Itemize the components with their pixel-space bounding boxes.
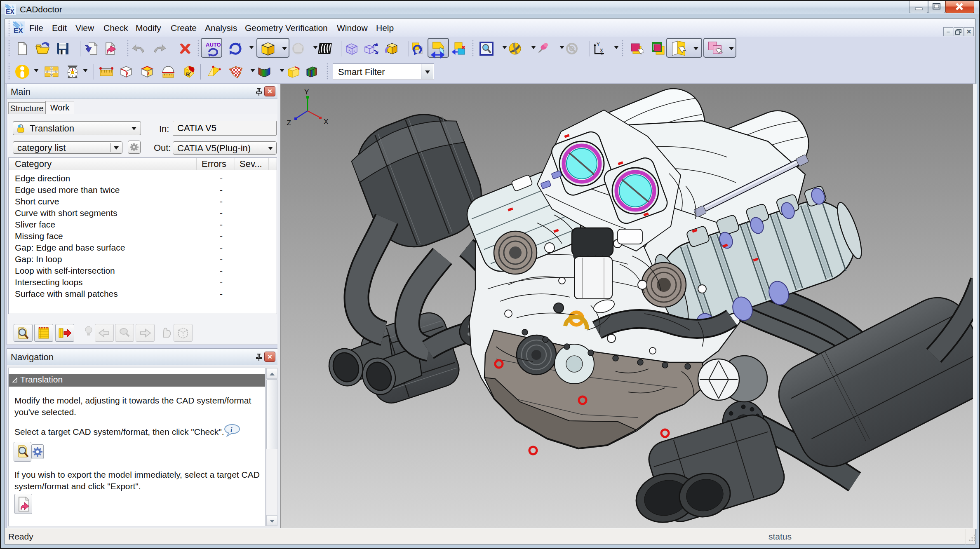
svg-text:X: X xyxy=(600,48,603,54)
svg-text:EX: EX xyxy=(6,8,14,15)
svg-text:Z: Z xyxy=(287,119,291,128)
svg-text:R: R xyxy=(186,71,190,77)
svg-text:i: i xyxy=(230,426,233,433)
svg-text:X: X xyxy=(324,117,329,127)
svg-text:Y: Y xyxy=(304,88,309,97)
svg-text:EX: EX xyxy=(14,27,23,35)
svg-text:Y: Y xyxy=(597,42,600,48)
svg-text:AUTO: AUTO xyxy=(206,42,221,48)
